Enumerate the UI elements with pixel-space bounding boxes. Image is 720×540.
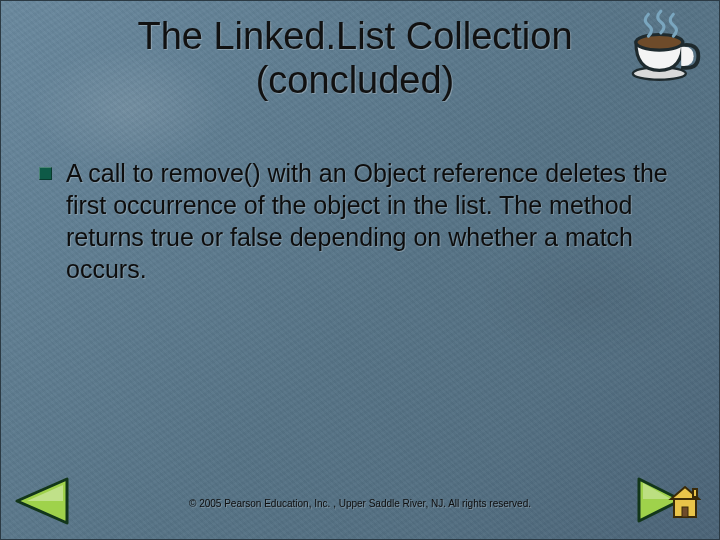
slide-title: The Linked.List Collection (concluded) bbox=[81, 15, 629, 102]
copyright-line: © 2005 Pearson Education, Inc. , Upper S… bbox=[1, 498, 719, 509]
slide: The Linked.List Collection (concluded) A… bbox=[0, 0, 720, 540]
bullet-square-icon bbox=[39, 167, 52, 180]
bullet-text: A call to remove() with an Object refere… bbox=[66, 157, 679, 285]
bullet-list: A call to remove() with an Object refere… bbox=[39, 157, 679, 285]
svg-rect-8 bbox=[682, 507, 688, 517]
title-line-2: (concluded) bbox=[256, 59, 455, 101]
svg-point-1 bbox=[636, 35, 683, 51]
bullet-item: A call to remove() with an Object refere… bbox=[39, 157, 679, 285]
prev-button[interactable] bbox=[13, 477, 69, 529]
title-line-1: The Linked.List Collection bbox=[137, 15, 572, 57]
next-home-button[interactable] bbox=[635, 475, 701, 529]
svg-rect-9 bbox=[693, 489, 697, 497]
teacup-icon bbox=[625, 7, 703, 87]
